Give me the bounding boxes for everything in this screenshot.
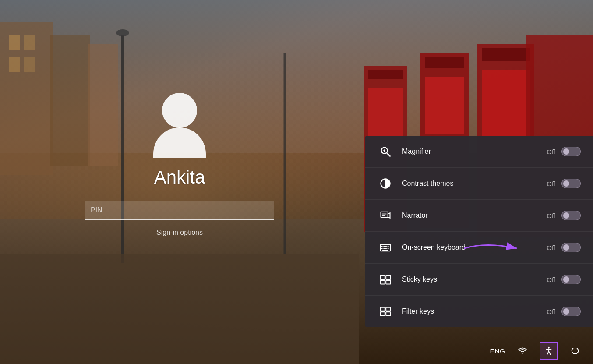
sticky-keys-icon [378, 272, 393, 287]
contrast-themes-toggle[interactable] [561, 179, 581, 188]
svg-rect-30 [381, 212, 388, 218]
narrator-icon [378, 208, 393, 223]
svg-rect-44 [380, 276, 385, 279]
svg-rect-48 [380, 307, 385, 311]
sticky-keys-status: Off [547, 276, 555, 283]
contrast-icon [378, 176, 393, 191]
onscreen-keyboard-status: Off [547, 244, 555, 251]
magnifier-item[interactable]: Magnifier Off [365, 136, 593, 168]
onscreen-keyboard-item[interactable]: On-screen keyboard Off [365, 232, 593, 264]
svg-rect-41 [385, 248, 387, 249]
sticky-keys-toggle[interactable] [561, 275, 581, 284]
narrator-item[interactable]: Narrator Off [365, 200, 593, 232]
svg-rect-38 [388, 246, 389, 247]
svg-marker-31 [388, 213, 390, 218]
sticky-keys-toggle-track [561, 275, 581, 284]
filter-keys-toggle-thumb [563, 308, 569, 315]
accessibility-panel: Magnifier Off Contrast themes Off [365, 136, 593, 327]
narrator-toggle-thumb [563, 212, 569, 219]
narrator-label: Narrator [402, 212, 547, 219]
magnifier-label: Magnifier [402, 148, 547, 155]
magnifier-status: Off [547, 148, 555, 155]
language-indicator[interactable]: ENG [490, 347, 505, 355]
narrator-toggle-track [561, 211, 581, 220]
svg-rect-42 [388, 248, 389, 249]
sticky-keys-toggle-thumb [563, 276, 569, 283]
narrator-status: Off [547, 212, 555, 219]
login-panel: Ankita Sign-in options [0, 0, 359, 364]
onscreen-keyboard-toggle[interactable] [561, 243, 581, 252]
accessibility-button[interactable] [540, 342, 558, 360]
keyboard-icon [378, 240, 393, 255]
filter-keys-item[interactable]: Filter keys Off [365, 296, 593, 327]
magnifier-toggle-thumb [563, 148, 569, 155]
svg-line-57 [547, 351, 549, 354]
onscreen-keyboard-toggle-track [561, 243, 581, 252]
contrast-themes-toggle-thumb [563, 180, 569, 187]
svg-rect-43 [382, 250, 388, 251]
avatar-body [153, 127, 206, 158]
svg-point-54 [548, 347, 550, 349]
filter-keys-toggle-track [561, 307, 581, 316]
accessibility-icon [544, 346, 554, 356]
svg-line-58 [549, 351, 551, 354]
svg-rect-50 [380, 312, 385, 315]
avatar-head [162, 93, 197, 128]
svg-rect-40 [383, 248, 385, 249]
filter-keys-status: Off [547, 308, 555, 315]
wifi-button[interactable] [513, 342, 532, 360]
magnifier-toggle-track [561, 147, 581, 156]
svg-rect-47 [386, 280, 391, 284]
contrast-themes-label: Contrast themes [402, 180, 547, 187]
svg-rect-49 [386, 307, 391, 311]
pin-input[interactable] [85, 201, 274, 220]
filter-keys-toggle[interactable] [561, 307, 581, 316]
magnifier-toggle[interactable] [561, 147, 581, 156]
filter-keys-label: Filter keys [402, 307, 547, 315]
svg-rect-36 [383, 246, 385, 247]
user-avatar-container [153, 93, 206, 158]
user-name: Ankita [154, 167, 205, 188]
filter-keys-icon [378, 304, 393, 319]
pin-container [85, 201, 274, 220]
svg-rect-46 [380, 280, 385, 284]
svg-rect-39 [381, 248, 383, 249]
taskbar: ENG [0, 338, 593, 364]
svg-rect-35 [381, 246, 383, 247]
svg-rect-45 [386, 276, 391, 279]
svg-line-26 [387, 153, 390, 156]
signin-options-link[interactable]: Sign-in options [156, 229, 203, 237]
power-icon [570, 346, 580, 356]
power-button[interactable] [566, 342, 584, 360]
narrator-toggle[interactable] [561, 211, 581, 220]
magnifier-icon [378, 144, 393, 159]
contrast-themes-item[interactable]: Contrast themes Off [365, 168, 593, 200]
svg-rect-51 [386, 312, 391, 315]
wifi-icon [518, 346, 527, 356]
sticky-keys-label: Sticky keys [402, 276, 547, 283]
contrast-themes-toggle-track [561, 179, 581, 188]
contrast-themes-status: Off [547, 180, 555, 187]
onscreen-keyboard-toggle-thumb [563, 244, 569, 251]
sticky-keys-item[interactable]: Sticky keys Off [365, 264, 593, 296]
svg-rect-37 [385, 246, 387, 247]
onscreen-keyboard-label: On-screen keyboard [402, 244, 547, 251]
